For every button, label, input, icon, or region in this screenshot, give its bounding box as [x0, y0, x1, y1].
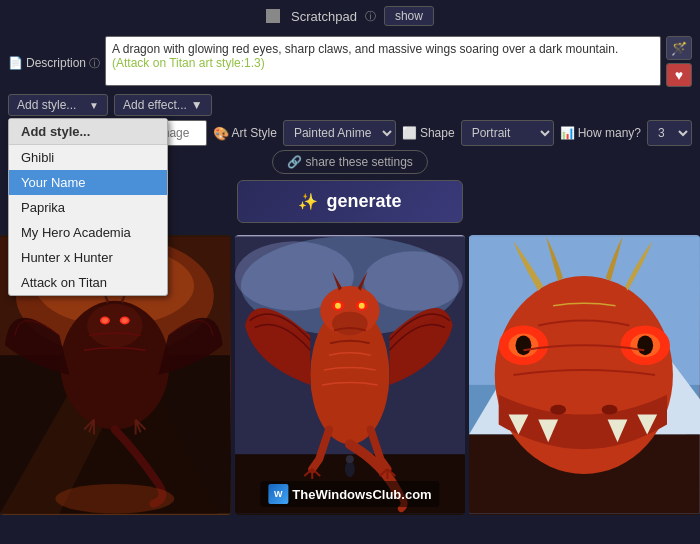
generate-button[interactable]: ✨ generate [237, 180, 462, 223]
description-box[interactable]: A dragon with glowing red eyes, sharp cl… [105, 36, 661, 86]
heart-button[interactable]: ♥ [666, 63, 692, 87]
shape-icon: ⬜ [402, 126, 417, 140]
desc-area-wrapper: A dragon with glowing red eyes, sharp cl… [105, 36, 661, 90]
style-dropdown-arrow: ▼ [89, 100, 99, 111]
style-menu: Add style... Ghibli Your Name Paprika My… [8, 118, 168, 296]
shape-select[interactable]: Portrait Landscape Square [461, 120, 554, 146]
main-content: 📄 Description ⓘ <span data-bind="descrip… [0, 32, 700, 235]
controls-row: Add style... ▼ Add style... Ghibli Your … [8, 94, 692, 116]
show-button[interactable]: show [384, 6, 434, 26]
top-bar: Scratchpad ⓘ show [0, 0, 700, 32]
svg-point-25 [335, 303, 341, 309]
share-icon: 🔗 [287, 155, 302, 169]
desc-wand-col: 🪄 ♥ [666, 36, 692, 90]
style-menu-my-hero[interactable]: My Hero Academia [9, 220, 167, 245]
wand-button[interactable]: 🪄 [666, 36, 692, 60]
share-settings-button[interactable]: 🔗 share these settings [272, 150, 428, 174]
svg-point-26 [358, 303, 364, 309]
count-icon: 📊 [560, 126, 575, 140]
svg-point-7 [87, 304, 142, 348]
doc-icon: 📄 [8, 56, 23, 70]
desc-info[interactable]: ⓘ [89, 56, 100, 71]
add-style-button[interactable]: Add style... ▼ [8, 94, 108, 116]
style-dropdown-wrapper: Add style... ▼ Add style... Ghibli Your … [8, 94, 108, 116]
svg-point-16 [363, 251, 462, 310]
style-menu-your-name[interactable]: Your Name [9, 170, 167, 195]
svg-point-38 [516, 335, 532, 355]
svg-point-12 [55, 484, 174, 514]
svg-point-18 [345, 461, 355, 477]
dragon-image-center[interactable] [235, 235, 466, 515]
desc-label-inline: 📄 Description ⓘ [8, 36, 100, 90]
shape-label: ⬜ Shape [402, 126, 455, 140]
scratchpad-info-icon[interactable]: ⓘ [365, 9, 376, 24]
desc-main-text: A dragon with glowing red eyes, sharp cl… [112, 42, 654, 56]
watermark-text: TheWindowsClub.com [292, 487, 431, 502]
svg-point-41 [638, 335, 654, 355]
effect-dropdown-arrow: ▼ [191, 98, 203, 112]
style-menu-attack[interactable]: Attack on Titan [9, 270, 167, 295]
style-menu-hunter[interactable]: Hunter x Hunter [9, 245, 167, 270]
style-menu-ghibli[interactable]: Ghibli [9, 145, 167, 170]
svg-point-22 [332, 312, 368, 336]
desc-style-text: (Attack on Titan art style:1.3) [112, 56, 654, 70]
count-label: 📊 How many? [560, 126, 641, 140]
watermark-logo: W [268, 484, 288, 504]
style-menu-paprika[interactable]: Paprika [9, 195, 167, 220]
svg-point-34 [551, 405, 567, 415]
desc-area-section: 📄 Description ⓘ A dragon with glowing re… [8, 36, 692, 90]
art-style-select[interactable]: Painted Anime Anime Realistic Sketch [283, 120, 396, 146]
art-style-label: 🎨 Art Style [213, 126, 277, 141]
style-menu-header: Add style... [9, 119, 167, 145]
count-select[interactable]: 1 2 3 4 [647, 120, 692, 146]
svg-point-10 [102, 318, 108, 323]
watermark: W TheWindowsClub.com [260, 481, 439, 507]
sparkle-icon: ✨ [298, 192, 318, 211]
add-effect-button[interactable]: Add effect... ▼ [114, 94, 212, 116]
palette-icon: 🎨 [213, 126, 229, 141]
svg-point-11 [122, 318, 128, 323]
dragon-image-right[interactable] [469, 235, 700, 515]
svg-point-35 [602, 405, 618, 415]
svg-point-19 [346, 455, 354, 463]
scratchpad-label: Scratchpad [291, 9, 357, 24]
scratchpad-icon [266, 9, 280, 23]
